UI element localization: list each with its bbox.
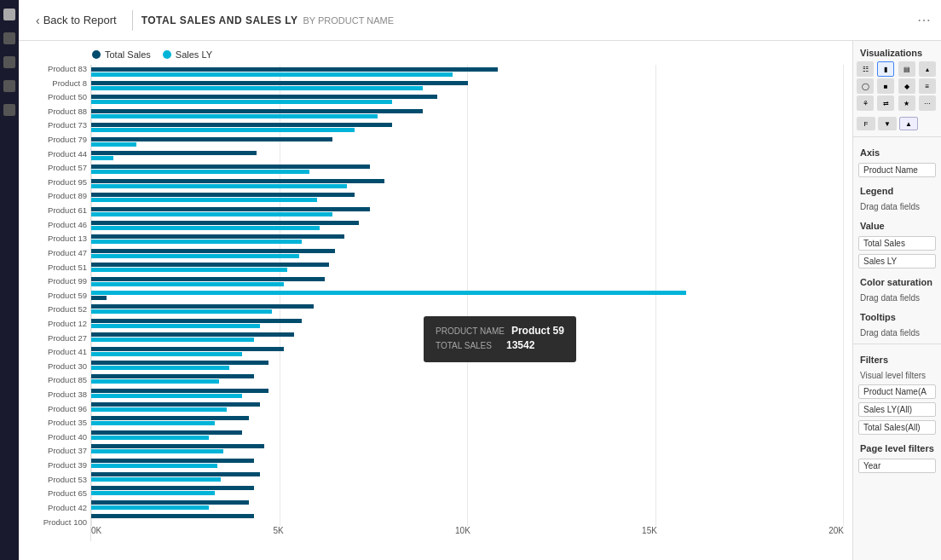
sales-ly-bar [91,142,136,147]
total-bar [91,123,392,127]
bar-row [91,121,844,135]
viz-icon-7[interactable]: ◆ [898,78,915,94]
y-label: Product 57 [32,164,90,172]
home-icon[interactable] [3,9,15,20]
bar-row [91,316,844,330]
viz-icon-5[interactable]: ◯ [857,78,874,94]
y-label: Product 41 [32,348,90,356]
bar-row [91,344,844,358]
viz-header: Visualizations [853,41,941,61]
sales-ly-bar [91,407,227,412]
y-label: Product 40 [32,433,90,442]
total-bar [91,402,260,407]
model-icon[interactable] [3,80,15,92]
total-bar [91,347,284,351]
viz-icon-9[interactable]: ⚘ [857,95,874,111]
chart-subtitle: BY PRODUCT NAME [303,15,394,26]
viz-icon-3[interactable]: ▤ [898,61,915,77]
y-label: Product 83 [32,65,90,73]
legend-total-sales: Total Sales [92,49,151,60]
y-label: Product 50 [32,93,90,101]
value-total-sales[interactable]: Total Sales [858,236,936,251]
left-sidebar [0,0,19,560]
format-icon[interactable]: F [857,117,875,130]
bar-row [91,330,844,344]
divider-1 [853,136,941,137]
sales-ly-bar [91,282,284,286]
viz-icon-6[interactable]: ■ [877,78,894,94]
y-label: Product 8 [32,79,90,88]
bar-row [91,498,844,511]
total-bar [91,472,260,476]
axis-title: Axis [853,141,941,161]
filter-product-name[interactable]: Product Name(A [858,384,936,399]
bar-row [91,386,844,400]
filter-total-sales[interactable]: Total Sales(All) [858,420,936,435]
report-icon[interactable] [3,32,15,44]
y-label: Product 35 [32,419,90,427]
bar-row [91,372,844,386]
value-sales-ly[interactable]: Sales LY [858,254,936,268]
settings-icon[interactable] [3,104,15,116]
filters-title: Filters [853,348,941,368]
bar-row [91,484,844,498]
total-bar [91,291,686,295]
total-bar [91,486,254,490]
main-content: ‹ Back to Report TOTAL SALES AND SALES L… [19,0,941,560]
total-bar [91,459,254,463]
color-sat-placeholder: Drag data fields [853,291,941,305]
chart-panel: Total Sales Sales LY Product 83Product 8… [19,41,852,560]
y-label: Product 37 [32,447,90,455]
viz-icon-10[interactable]: ⇄ [877,95,894,111]
total-bar [91,137,332,141]
divider-2 [853,344,941,344]
total-bar [91,207,370,211]
filter-year[interactable]: Year [858,459,936,473]
axis-field[interactable]: Product Name [858,163,936,177]
data-icon[interactable] [3,56,15,68]
viz-icon-1[interactable]: ☷ [857,61,874,77]
viz-icon-8[interactable]: ≡ [919,78,936,94]
more-options-button[interactable]: ⋯ [917,12,931,28]
y-label: Product 89 [32,192,90,200]
bar-row [91,400,844,413]
sales-ly-bar [91,449,223,453]
sales-ly-bar [91,212,332,216]
bar-row [91,512,844,526]
viz-icon-4[interactable]: ▴ [919,61,936,77]
y-axis: Product 83Product 8Product 50Product 88P… [32,65,90,541]
viz-icon-2[interactable]: ▮ [877,61,894,77]
legend-total-sales-label: Total Sales [105,49,151,60]
y-label: Product 12 [32,320,90,328]
y-label: Product 79 [32,136,90,144]
y-label: Product 65 [32,489,90,498]
y-label: Product 44 [32,150,90,159]
total-bar [91,500,249,505]
bar-row [91,246,844,260]
total-bar [91,514,254,518]
sales-ly-bar [91,464,217,468]
y-label: Product 95 [32,178,90,187]
y-label: Product 96 [32,405,90,413]
sales-ly-bar [91,184,347,188]
x-axis-label: 10K [455,526,470,541]
total-bar [91,319,302,323]
filter-icon[interactable]: ▼ [878,117,897,130]
bar-row [91,303,844,316]
x-axis: 0K5K10K15K20K [91,526,844,541]
y-label: Product 53 [32,476,90,484]
viz-icon-12[interactable]: ⋯ [919,95,936,111]
tooltips-placeholder: Drag data fields [853,326,941,340]
viz-icon-11[interactable]: ★ [898,95,915,111]
y-label: Product 27 [32,334,90,343]
bar-row [91,163,844,176]
sales-ly-dot [163,50,171,59]
analytics-icon[interactable]: ▲ [899,117,918,130]
back-button[interactable]: ‹ Back to Report [29,10,124,31]
total-bar [91,221,359,225]
filter-sales-ly[interactable]: Sales LY(All) [858,402,936,417]
sales-ly-bar [91,128,355,132]
bar-chart: Product 83Product 8Product 50Product 88P… [32,65,844,541]
sales-ly-bar [91,477,221,482]
visual-level-title: Visual level filters [853,368,941,383]
